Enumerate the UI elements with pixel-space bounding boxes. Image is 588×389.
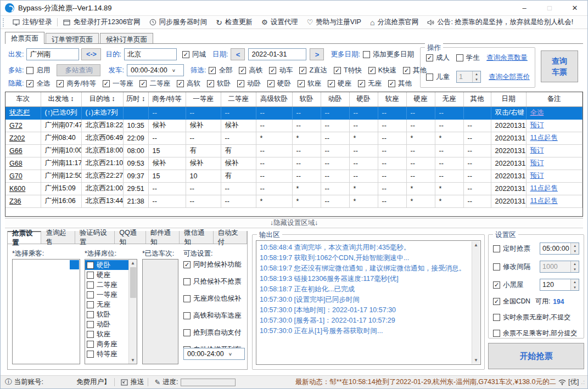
note-link[interactable]: 预订 [530, 121, 544, 129]
option-checkbox-1[interactable]: 只抢候补不抢票 [183, 277, 247, 286]
train-link[interactable]: G68 [9, 160, 23, 167]
column-header-15[interactable]: 日期 [491, 92, 526, 106]
column-header-7[interactable]: 高级软卧 [256, 92, 292, 106]
toolbar-item-2[interactable]: 同步服务器时间 [145, 18, 212, 27]
column-header-6[interactable]: 二等座 [221, 92, 256, 106]
filter-checkbox-4[interactable]: ✓T特快 [334, 66, 362, 75]
train-row-状态栏[interactable]: 状态栏(↑)已选0列(↓)未选7列--------------------双击/… [5, 106, 583, 119]
hide-checkbox-6[interactable]: ✓动卧 [237, 79, 261, 88]
tab-1[interactable]: 订单管理页面 [46, 33, 99, 44]
seat-item-4[interactable]: 无座 [85, 300, 128, 309]
config-checkbox-0[interactable]: 定时抢票 [493, 244, 530, 253]
selected-trains-list[interactable] [142, 259, 178, 364]
column-header-9[interactable]: 动卧 [321, 92, 349, 106]
hide-settings-divider[interactable]: ↓隐藏设置区域↓ [5, 218, 583, 228]
filter-checkbox-3[interactable]: ✓Z直达 [299, 66, 327, 75]
multi-query-button[interactable]: 多站查询 [57, 64, 100, 76]
column-header-11[interactable]: 软座 [378, 92, 406, 106]
note-link[interactable]: 11点起售 [530, 184, 558, 192]
grab-time-select[interactable]: 00:00-24:00∨ [183, 348, 245, 360]
grab-tab-5[interactable]: 微信通知 [180, 231, 213, 244]
train-row-G68[interactable]: G68广州南11:17北京西21:1009:53候补候补候补----------… [5, 157, 583, 170]
filter-checkbox-5[interactable]: ✓K快速 [368, 66, 396, 75]
seat-item-1[interactable]: 硬座 [85, 270, 128, 280]
tab-0[interactable]: 抢票页面 [5, 32, 44, 44]
note-link[interactable]: 全选 [530, 109, 544, 116]
column-header-8[interactable]: 软卧 [292, 92, 321, 106]
seat-item-7[interactable]: 软座 [85, 329, 128, 339]
config-stepper-0[interactable]: 05:00:00▲▼ [540, 243, 579, 255]
train-row-G66[interactable]: G66广州南10:00北京西18:0008:0015有有------------… [5, 144, 583, 157]
seat-item-5[interactable]: 软卧 [85, 309, 128, 319]
seat-item-8[interactable]: 商务座 [85, 339, 128, 349]
column-header-1[interactable]: 出发地 ↕ [41, 92, 81, 106]
query-tickets-button[interactable]: 查询车票 [541, 50, 578, 82]
config-checkbox-2[interactable]: ✓小黑屋 [493, 280, 524, 290]
child-count-stepper[interactable]: 1▲▼ [456, 71, 481, 83]
start-grab-button[interactable]: 开始抢票 [488, 343, 584, 369]
train-link[interactable]: G70 [9, 172, 23, 180]
minimize-button[interactable]: – [512, 1, 537, 15]
adult-checkbox[interactable]: ✓成人 [426, 53, 450, 63]
note-link[interactable]: 预订 [530, 159, 544, 167]
push-label[interactable]: 推送 [130, 377, 144, 387]
hide-checkbox-1[interactable]: ✓商务/特等 [57, 79, 96, 88]
close-button[interactable]: ✕ [562, 1, 587, 15]
hide-checkbox-4[interactable]: ✓高软 [177, 79, 200, 88]
seat-list-scrollbar[interactable]: ▲▼ [128, 260, 137, 364]
column-header-16[interactable]: 备注 [526, 92, 583, 106]
hide-checkbox-2[interactable]: ✓一等座 [103, 79, 133, 88]
grab-tab-6[interactable]: 自动支付 [214, 231, 247, 244]
output-log[interactable]: 10:58:48:4 查询完毕，本次查询共用时:435毫秒。10:58:19:7… [256, 240, 481, 365]
seat-item-3[interactable]: 一等座 [85, 290, 128, 300]
column-header-5[interactable]: 一等座 [186, 92, 221, 106]
train-link[interactable]: G66 [9, 147, 23, 155]
train-link[interactable]: Z202 [9, 134, 25, 142]
grab-tab-0[interactable]: 抢票设置 [8, 231, 41, 244]
swap-button[interactable]: <-> [81, 48, 101, 60]
train-link[interactable]: 状态栏 [9, 109, 30, 116]
column-header-3[interactable]: 历时 ↕ [123, 92, 148, 106]
toolbar-item-4[interactable]: ⚙设置代理 [257, 18, 303, 27]
column-header-12[interactable]: 硬座 [406, 92, 435, 106]
train-link[interactable]: G72 [9, 122, 23, 129]
hide-checkbox-8[interactable]: ✓软座 [298, 79, 321, 88]
note-link[interactable]: 预订 [530, 146, 544, 154]
config-extra-checkbox-1[interactable]: 余票不足乘客时,部分提交 [493, 329, 579, 338]
same-city-checkbox[interactable]: ✓同城 [182, 50, 206, 59]
option-checkbox-4[interactable]: 抢到票自动支付 [183, 328, 247, 337]
config-stepper-1[interactable]: 1000▲▼ [540, 261, 579, 273]
seat-list[interactable]: 硬卧硬座二等座一等座无座软卧动卧软座商务座特等座 ▲▼ [85, 259, 137, 364]
column-header-2[interactable]: 目的地 ↕ [81, 92, 123, 106]
toolbar-item-3[interactable]: ↻检查更新 [211, 18, 257, 27]
seat-item-2[interactable]: 二等座 [85, 280, 128, 290]
grab-tab-2[interactable]: 验证码设置 [75, 231, 115, 244]
child-checkbox[interactable]: 儿童 [426, 72, 450, 82]
column-header-0[interactable]: 车次 [5, 92, 41, 106]
passenger-list[interactable] [12, 259, 80, 364]
query-remaining-link[interactable]: 查询余票数量 [486, 53, 528, 63]
train-row-Z36[interactable]: Z36广州16:06北京西13:4421:38------**--*--**--… [5, 195, 583, 207]
hide-checkbox-0[interactable]: ✓全选 [26, 79, 50, 88]
filter-checkbox-1[interactable]: ✓高铁 [239, 66, 262, 75]
hide-checkbox-10[interactable]: ✓无座 [358, 79, 382, 88]
filter-checkbox-2[interactable]: ✓动车 [269, 66, 293, 75]
hide-checkbox-9[interactable]: ✓硬座 [328, 79, 351, 88]
add-more-dates-checkbox[interactable]: 添加更多日期 [363, 50, 414, 59]
grab-tab-4[interactable]: 邮件通知 [146, 231, 180, 244]
hide-checkbox-11[interactable]: ✓其他 [388, 79, 412, 88]
train-row-Z202[interactable]: Z202广州08:40北京西06:4922:09------**--*--**-… [5, 132, 583, 144]
grab-tab-3[interactable]: QQ通知 [115, 231, 145, 244]
seat-item-9[interactable]: 特等座 [85, 349, 128, 359]
grab-tab-1[interactable]: 查询起售 [41, 231, 75, 244]
maximize-button[interactable]: □ [537, 1, 562, 15]
train-link[interactable]: K600 [9, 185, 25, 193]
date-input[interactable]: 2022-01-31 [248, 48, 306, 60]
train-row-G72[interactable]: G72广州南07:47北京西18:2210:35候补候补候补----------… [5, 119, 583, 132]
option-checkbox-3[interactable]: 高铁和动车选座 [183, 311, 247, 320]
train-link[interactable]: Z36 [9, 198, 21, 205]
hide-checkbox-5[interactable]: ✓软卧 [207, 79, 231, 88]
column-header-13[interactable]: 无座 [435, 92, 463, 106]
option-checkbox-2[interactable]: 无座席位也候补 [183, 294, 247, 303]
tab-2[interactable]: 候补订单页面 [100, 33, 153, 44]
